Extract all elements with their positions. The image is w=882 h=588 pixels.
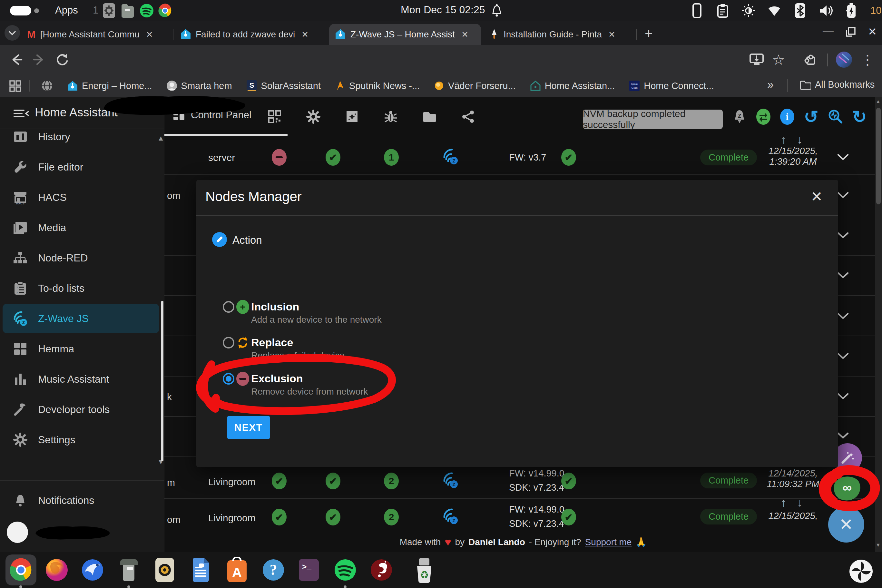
row-expand-chevron[interactable] (837, 192, 849, 201)
row-expand-chevron[interactable] (837, 153, 849, 162)
firmware-update-icon[interactable] (344, 108, 360, 125)
sidebar-item-hemma[interactable]: Hemma (3, 334, 159, 364)
row-expand-chevron[interactable] (837, 393, 849, 402)
sidebar-item-node-red[interactable]: Node-RED (3, 243, 159, 273)
row-expand-chevron[interactable] (837, 312, 849, 321)
dock-trash-icon[interactable]: ♻ (409, 555, 440, 585)
apps-menu[interactable]: Apps (55, 4, 78, 16)
refresh-icon[interactable]: ↻ (851, 108, 868, 125)
clipboard-icon[interactable] (716, 3, 730, 19)
option-title[interactable]: Replace (251, 336, 293, 349)
bluetooth-icon[interactable] (793, 3, 807, 19)
profile-avatar[interactable] (836, 52, 852, 68)
history-icon[interactable]: ↺ (803, 108, 819, 125)
sidebar-item-todo[interactable]: 1zTo-do lists (3, 273, 159, 303)
close-fab[interactable]: ✕ (828, 507, 864, 543)
apps-grid-icon[interactable] (9, 80, 21, 93)
sidebar-item-history[interactable]: History (3, 122, 159, 152)
window-minimize-button[interactable]: — (823, 24, 834, 37)
scrollbar-down-arrow[interactable]: ▼ (876, 542, 881, 548)
sidebar-item-notifications[interactable]: Notifications (3, 486, 159, 515)
tab-zwave-js-active[interactable]: Z-Wave JS – Home Assist ✕ (329, 24, 481, 45)
radio-replace[interactable] (223, 337, 234, 348)
dock-chrome-icon[interactable] (6, 555, 36, 585)
row-expand-chevron[interactable] (837, 232, 849, 241)
dock-firefox-icon[interactable] (41, 555, 72, 585)
reload-button[interactable] (54, 52, 70, 68)
scrollbar-thumb[interactable] (876, 108, 881, 204)
sort-down-icon[interactable]: ↓ (797, 496, 803, 509)
sort-up-icon[interactable]: ↑ (781, 496, 787, 509)
row-expand-chevron[interactable] (837, 352, 849, 362)
spotify-tray-icon[interactable] (139, 3, 153, 19)
row-expand-chevron[interactable] (837, 272, 849, 281)
scrollbar-up-arrow[interactable]: ▲ (876, 99, 881, 105)
forward-button[interactable] (31, 52, 47, 68)
tab-close-icon[interactable]: ✕ (608, 30, 615, 40)
share-icon[interactable] (460, 108, 477, 125)
row-expand-chevron[interactable] (837, 432, 849, 441)
dock-dragon-app-icon[interactable] (366, 555, 397, 585)
dock-music-player-icon[interactable] (149, 555, 180, 585)
extensions-icon[interactable] (803, 52, 819, 68)
window-restore-button[interactable] (845, 26, 856, 40)
files-app-icon[interactable] (121, 3, 135, 19)
dialog-close-button[interactable]: ✕ (811, 188, 823, 205)
tab-installation-guide[interactable]: Installation Guide - Pinta ✕ (483, 24, 633, 45)
sidebar-item-settings[interactable]: Settings (3, 425, 159, 454)
bookmark-star-icon[interactable]: ☆ (771, 52, 787, 68)
sort-up-icon[interactable]: ↑ (781, 133, 787, 146)
window-close-button[interactable]: ✕ (868, 25, 877, 38)
sidebar-scrollbar-thumb[interactable] (161, 301, 164, 461)
radio-inclusion[interactable] (223, 301, 234, 313)
tab-close-icon[interactable]: ✕ (302, 30, 309, 40)
tab-failed-zwave[interactable]: Failed to add zwave devi ✕ (174, 24, 326, 45)
zwave-log-bell-icon[interactable]: Z (731, 108, 748, 125)
panel-clock[interactable]: Mon Dec 15 02:25 (401, 4, 485, 16)
bookmark-home-assistant[interactable]: Home Assistan... (530, 80, 615, 91)
tab-search-button[interactable] (4, 25, 20, 40)
sort-down-icon[interactable]: ↓ (797, 133, 803, 146)
bug-icon[interactable] (382, 108, 399, 125)
bookmark-globe[interactable] (41, 80, 53, 92)
all-bookmarks-button[interactable]: All Bookmarks (800, 79, 874, 90)
volume-icon[interactable] (819, 3, 833, 19)
notification-bell-icon[interactable] (490, 3, 503, 20)
folder-icon[interactable] (421, 108, 438, 125)
dock-writer-icon[interactable] (185, 555, 216, 585)
sidebar-item-file-editor[interactable]: File editor (3, 152, 159, 182)
dock-spotify-icon[interactable] (330, 555, 361, 585)
option-title[interactable]: Inclusion (251, 300, 299, 313)
radio-exclusion[interactable] (223, 373, 234, 385)
bookmark-sputnik[interactable]: Sputnik News -... (335, 80, 420, 91)
sidebar-item-hacs[interactable]: HACSHACS (3, 183, 159, 212)
support-me-link[interactable]: Support me (585, 537, 632, 548)
dock-thunderbird-icon[interactable] (77, 555, 108, 585)
sidebar-item-developer-tools[interactable]: Developer tools (3, 394, 159, 424)
network-actions-icon[interactable] (755, 108, 772, 125)
sidebar-collapse-icon[interactable] (13, 108, 30, 120)
dock-help-icon[interactable]: ? (258, 555, 289, 585)
settings-gear-icon[interactable] (305, 108, 322, 125)
tab-gmail[interactable]: M [Home Assistant Commu ✕ (21, 24, 171, 45)
phone-icon[interactable] (690, 3, 704, 19)
sidebar-item-media[interactable]: Media (3, 213, 159, 242)
panel-menu-pill[interactable] (10, 6, 31, 15)
dock-terminal-icon[interactable]: >_ (293, 555, 324, 585)
bookmark-vader[interactable]: Väder Forseru... (434, 81, 516, 91)
smart-start-fab[interactable]: ∞ (830, 472, 862, 505)
bookmarks-overflow[interactable]: » (767, 78, 774, 92)
new-tab-button[interactable]: + (645, 26, 653, 41)
brightness-icon[interactable] (741, 3, 756, 19)
tab-close-icon[interactable]: ✕ (146, 30, 153, 40)
settings-app-icon[interactable] (102, 3, 116, 19)
wifi-icon[interactable] (767, 3, 782, 19)
chrome-tray-icon[interactable] (158, 3, 172, 19)
browser-menu-kebab[interactable]: ⋮ (860, 52, 876, 68)
back-button[interactable] (8, 52, 24, 68)
log-search-icon[interactable] (827, 108, 844, 125)
sidebar-item-zwave-js[interactable]: ZZ-Wave JS (3, 304, 159, 333)
sidebar-item-music-assistant[interactable]: Music Assistant (3, 364, 159, 394)
bookmark-solarassistant[interactable]: SSolarAssistant (246, 80, 321, 92)
pinwheel-logo[interactable] (849, 559, 873, 585)
